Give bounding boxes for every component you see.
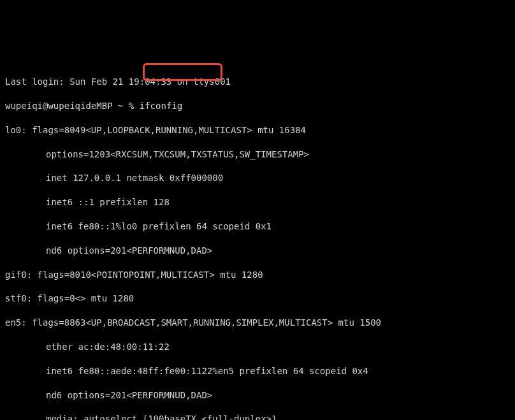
gif0-header: gif0: flags=8010<POINTOPOINT,MULTICAST> … (5, 269, 510, 281)
en5-line: nd6 options=201<PERFORMNUD,DAD> (5, 389, 510, 402)
lo0-line: nd6 options=201<PERFORMNUD,DAD> (5, 245, 510, 257)
lo0-line: inet6 ::1 prefixlen 128 (5, 196, 510, 208)
prompt-line: wupeiqi@wupeiqideMBP ~ % ifconfig (5, 100, 510, 112)
prompt-user-host: wupeiqi@wupeiqideMBP (5, 101, 113, 111)
lo0-header: lo0: flags=8049<UP,LOOPBACK,RUNNING,MULT… (5, 124, 510, 136)
lo0-line: options=1203<RXCSUM,TXCSUM,TXSTATUS,SW_T… (5, 148, 510, 161)
lo0-line: inet6 fe80::1%lo0 prefixlen 64 scopeid 0… (5, 221, 510, 233)
prompt-symbol: % (129, 101, 134, 111)
prompt-command: ifconfig (140, 101, 182, 111)
lo0-line: inet 127.0.0.1 netmask 0xff000000 (5, 172, 510, 184)
stf0-header: stf0: flags=0<> mtu 1280 (5, 293, 510, 305)
last-login-line: Last login: Sun Feb 21 19:04:33 on ttys0… (5, 76, 510, 88)
en5-line: media: autoselect (100baseTX <full-duple… (5, 413, 510, 420)
terminal-container[interactable]: Last login: Sun Feb 21 19:04:33 on ttys0… (5, 52, 510, 420)
prompt-path: ~ (118, 101, 123, 111)
en5-header: en5: flags=8863<UP,BROADCAST,SMART,RUNNI… (5, 317, 510, 329)
en5-line: inet6 fe80::aede:48ff:fe00:1122%en5 pref… (5, 365, 510, 377)
en5-line: ether ac:de:48:00:11:22 (5, 341, 510, 353)
